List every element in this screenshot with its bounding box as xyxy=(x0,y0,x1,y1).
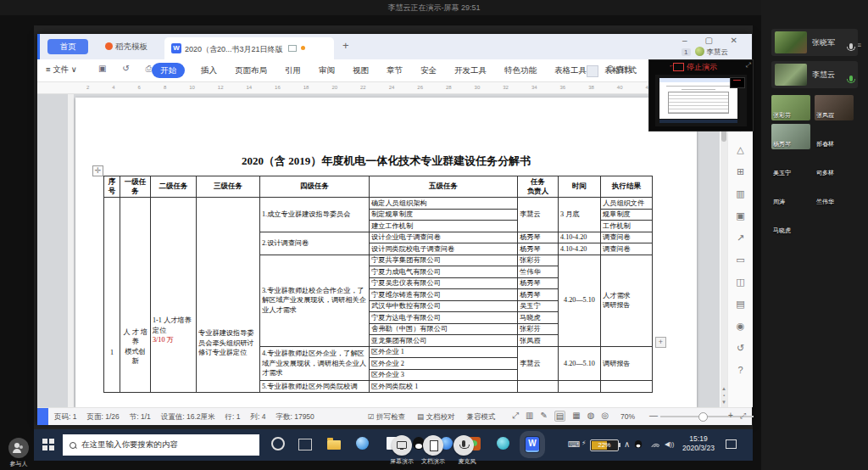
mic-button[interactable] xyxy=(453,435,474,456)
menu-item-表格工具[interactable]: 表格工具 xyxy=(553,63,588,78)
wifi-icon[interactable] xyxy=(651,440,659,447)
find-button[interactable]: 查找 xyxy=(607,64,632,76)
menu-item-引用[interactable]: 引用 xyxy=(283,63,303,78)
members-label: 参与人 xyxy=(2,460,36,468)
budget-note: 3/10 万 xyxy=(153,335,194,345)
table-cell: 人才需求 调研报告 xyxy=(601,255,653,346)
horizontal-ruler[interactable]: 2468101214161820222426283032343638404244 xyxy=(37,82,720,94)
participant-tile[interactable]: 司多林 xyxy=(815,153,854,178)
participant-tile[interactable]: 周涛 xyxy=(771,182,810,207)
participant-tile[interactable]: 张彩芬 xyxy=(771,95,810,120)
participant-tile[interactable]: 杨秀琴 xyxy=(771,124,810,149)
menu-item-页面布局[interactable]: 页面布局 xyxy=(233,63,269,78)
browser-icon[interactable] xyxy=(356,437,371,452)
screen-share-button[interactable] xyxy=(392,435,412,456)
comment-icon[interactable]: ▭ xyxy=(728,249,753,271)
apps-icon[interactable]: ⊞ xyxy=(728,160,753,182)
action-center-icon[interactable] xyxy=(726,439,737,449)
battery-indicator[interactable]: 22% xyxy=(590,439,619,451)
participant-tile[interactable]: 张凤霞 xyxy=(815,95,854,120)
table-cell: 区外企业 1 xyxy=(370,346,518,358)
table-cell: 设计企业电子调查问卷 xyxy=(370,232,518,243)
export-image-icon[interactable]: ▣ xyxy=(728,204,753,227)
participant-card[interactable]: 李慧云 xyxy=(771,61,858,88)
chart-icon[interactable]: ▥ xyxy=(728,182,753,204)
book-view-icon[interactable]: ▥ xyxy=(526,411,533,422)
ruler-number: 24 xyxy=(389,85,395,90)
play-icon[interactable]: ◉ xyxy=(728,315,753,337)
participant-card[interactable]: 张晓军 xyxy=(771,29,858,56)
menu-item-开始[interactable]: 开始 xyxy=(152,63,185,78)
stop-share-button[interactable]: 停止演示 ⤢ xyxy=(649,60,753,73)
menu-item-章节[interactable]: 章节 xyxy=(385,63,404,78)
ink-icon[interactable]: ✎ xyxy=(540,411,547,422)
table-add-button[interactable]: + xyxy=(655,337,666,348)
web-view-icon[interactable]: ◍ xyxy=(587,411,595,422)
help-icon[interactable]: ? xyxy=(728,359,753,381)
fullscreen-icon[interactable]: ⤢ xyxy=(512,411,519,422)
spellcheck-toggle[interactable]: ☑ 拼写检查 xyxy=(368,412,405,422)
ruler-number: 18 xyxy=(303,85,309,90)
history-icon[interactable]: ↺ xyxy=(728,337,753,359)
volume-icon[interactable]: ◀)) xyxy=(665,440,674,448)
participant-tile[interactable]: 吴玉宁 xyxy=(771,153,810,178)
file-menu[interactable]: ≡ 文件 ∨ xyxy=(46,64,77,76)
table-cell: 4.20—5.10 xyxy=(559,255,601,346)
column-header: 序号 xyxy=(104,176,120,198)
table-style-swatch[interactable] xyxy=(587,65,598,77)
tab-home[interactable]: 首页 xyxy=(47,39,88,54)
account-area[interactable]: 1李慧云 xyxy=(682,47,728,59)
tim-icon[interactable] xyxy=(497,437,512,452)
new-tab-button[interactable]: + xyxy=(342,39,349,52)
picture-icon[interactable]: ▤ xyxy=(728,293,753,315)
ruler-number: 30 xyxy=(475,85,481,90)
menu-item-特色功能[interactable]: 特色功能 xyxy=(503,63,538,78)
file-explorer-icon[interactable] xyxy=(327,437,342,452)
fit-page-button[interactable]: ⤢ xyxy=(740,411,746,421)
column-header: 执行结果 xyxy=(601,176,653,198)
proofread-toggle[interactable]: ▤ 文档校对 xyxy=(417,412,454,422)
document-area[interactable]: 2020（含 2019）年度机电一体化技术专业群建设任务分解书 序号一级任务二级… xyxy=(37,94,720,407)
menu-item-视图[interactable]: 视图 xyxy=(351,63,370,78)
window-controls[interactable]: – ▢ ✕ xyxy=(682,36,745,45)
tray-expand-icon[interactable]: ∧ xyxy=(624,439,630,449)
doc-share-button[interactable] xyxy=(423,435,443,456)
start-button[interactable] xyxy=(42,439,54,450)
zoom-in-button[interactable]: + xyxy=(728,411,733,420)
warn-icon[interactable]: △ xyxy=(728,138,753,160)
members-button[interactable] xyxy=(8,438,29,458)
task-view-icon[interactable] xyxy=(298,437,314,452)
eye-protect-icon[interactable]: ◎ xyxy=(601,411,609,422)
page-nav-buttons[interactable]: ▲▪▼ xyxy=(721,385,727,406)
tab-templates[interactable]: 稻壳模板 xyxy=(97,39,156,54)
table-cell: 区外企业 3 xyxy=(370,369,518,381)
tab-document[interactable]: W2020（含20...书3月21日终版 xyxy=(164,37,334,59)
taskbar-search[interactable]: 在这里输入你要搜索的内容 xyxy=(63,434,259,456)
cortana-icon[interactable] xyxy=(271,437,287,452)
table-cell: 区外同类院校 1 xyxy=(370,381,518,393)
zoom-slider-knob[interactable] xyxy=(698,412,708,422)
menu-item-审阅[interactable]: 审阅 xyxy=(317,63,337,78)
table-move-handle[interactable]: ✛ xyxy=(92,165,103,176)
coedit-icon[interactable]: ◫ xyxy=(728,271,753,293)
vertical-scrollbar[interactable]: ▲▪▼ xyxy=(721,94,727,407)
qq-tray-icon[interactable] xyxy=(636,439,641,449)
zoom-out-button[interactable]: — xyxy=(649,411,658,420)
menu-item-开发工具[interactable]: 开发工具 xyxy=(453,63,488,78)
participant-tile[interactable]: 竺伟华 xyxy=(815,182,854,207)
view-mode-buttons[interactable]: ⤢▥✎▤▦◍◎ xyxy=(512,411,609,422)
quick-access-icons[interactable]: ▣ ↺ ⎙ xyxy=(98,64,159,74)
outline-view-icon[interactable]: ▦ xyxy=(572,411,580,422)
document-page[interactable]: 2020（含 2019）年度机电一体化技术专业群建设任务分解书 序号一级任务二级… xyxy=(75,98,697,407)
menu-item-安全[interactable]: 安全 xyxy=(419,63,438,78)
keyboard-icon[interactable]: ⌨ xyxy=(568,439,580,449)
menu-item-插入[interactable]: 插入 xyxy=(199,63,219,78)
expand-icon[interactable]: ⤢ xyxy=(746,61,751,70)
share-icon[interactable]: ↗ xyxy=(728,227,753,249)
participant-tile[interactable]: 马晓虎 xyxy=(771,210,810,236)
participant-tile[interactable]: 邵春林 xyxy=(815,124,854,149)
page-view-icon[interactable]: ▤ xyxy=(554,411,565,422)
clock[interactable]: 15:192020/3/23 xyxy=(676,434,721,453)
wps-taskbar-icon[interactable]: W xyxy=(526,437,541,452)
zoom-level[interactable]: 70% xyxy=(620,412,635,421)
